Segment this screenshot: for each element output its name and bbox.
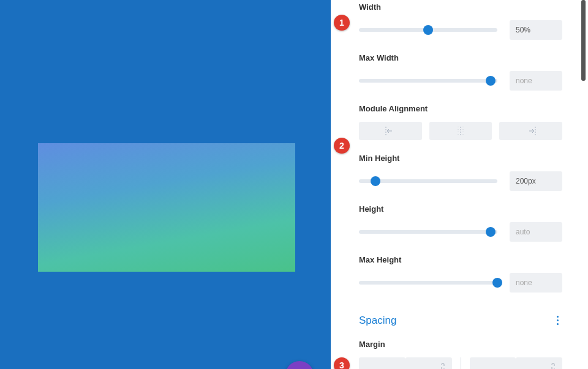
panel-scrollbar[interactable] <box>581 0 586 81</box>
max-width-slider-thumb[interactable] <box>486 76 496 86</box>
height-slider-thumb[interactable] <box>486 227 496 237</box>
margin-label: Margin <box>359 340 562 349</box>
spacing-options-menu[interactable] <box>553 312 562 329</box>
divider <box>461 357 461 369</box>
height-label: Height <box>359 204 562 214</box>
max-width-slider[interactable] <box>359 79 497 83</box>
min-height-control: Min Height 200px <box>359 154 562 191</box>
module-alignment-control: Module Alignment <box>359 104 562 140</box>
width-slider-thumb[interactable] <box>423 25 433 35</box>
max-height-slider[interactable] <box>359 281 497 285</box>
height-control: Height auto <box>359 204 562 242</box>
link-icon[interactable] <box>549 362 557 369</box>
spacing-section-header: Spacing <box>359 312 562 329</box>
module-preview[interactable] <box>38 143 295 272</box>
min-height-label: Min Height <box>359 154 562 163</box>
align-right-button[interactable] <box>499 122 562 140</box>
spacing-title: Spacing <box>359 315 396 327</box>
align-center-icon <box>455 127 466 135</box>
annotation-2: 2 <box>334 138 350 154</box>
max-width-label: Max Width <box>359 53 562 62</box>
settings-panel: Width 50% Max Width none Module Alignmen… <box>331 0 588 369</box>
annotation-3: 3 <box>334 357 350 369</box>
width-label: Width <box>359 2 562 12</box>
width-slider[interactable] <box>359 28 497 32</box>
min-height-value-input[interactable]: 200px <box>510 171 562 191</box>
link-icon[interactable] <box>439 362 447 369</box>
min-height-slider[interactable] <box>359 179 497 183</box>
max-height-label: Max Height <box>359 255 562 264</box>
height-value-input[interactable]: auto <box>510 222 562 242</box>
margin-top-input[interactable] <box>359 357 405 369</box>
align-left-button[interactable] <box>359 122 422 140</box>
min-height-slider-thumb[interactable] <box>371 176 380 186</box>
margin-right-input[interactable] <box>516 357 562 369</box>
builder-canvas <box>0 0 331 369</box>
margin-bottom-input[interactable] <box>405 357 452 369</box>
align-center-button[interactable] <box>429 122 492 140</box>
align-right-icon <box>526 127 537 135</box>
height-slider[interactable] <box>359 230 497 234</box>
add-module-fab[interactable] <box>285 361 314 369</box>
max-height-value-input[interactable]: none <box>510 273 562 293</box>
module-alignment-label: Module Alignment <box>359 104 562 113</box>
width-value-input[interactable]: 50% <box>510 20 562 40</box>
margin-left-input[interactable] <box>470 357 516 369</box>
max-width-value-input[interactable]: none <box>510 71 562 91</box>
max-height-slider-thumb[interactable] <box>492 278 502 288</box>
annotation-1: 1 <box>334 15 350 31</box>
margin-control: Margin Top Bottom <box>359 340 562 369</box>
align-left-icon <box>385 127 396 135</box>
max-width-control: Max Width none <box>359 53 562 91</box>
max-height-control: Max Height none <box>359 255 562 293</box>
width-control: Width 50% <box>359 2 562 40</box>
